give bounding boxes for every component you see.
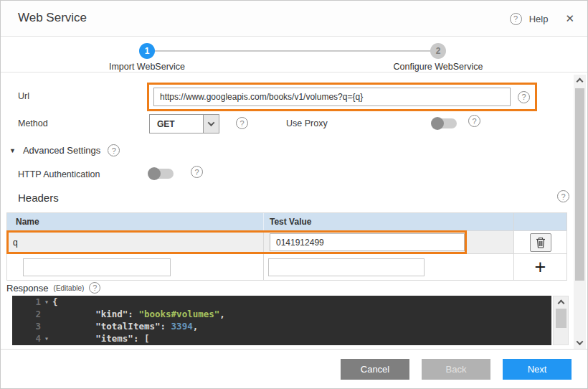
step-1-label: Import WebService bbox=[68, 62, 226, 72]
web-service-dialog: Web Service ? Help ✕ 1 Import WebService… bbox=[0, 0, 588, 389]
fold-icon[interactable]: ▾ bbox=[41, 332, 52, 345]
use-proxy-label: Use Proxy bbox=[286, 118, 328, 128]
test-value-input[interactable] bbox=[270, 233, 465, 251]
add-header-actions: + bbox=[513, 254, 566, 280]
editor-scrollbar-thumb[interactable] bbox=[556, 309, 566, 328]
step-2-circle[interactable]: 2 bbox=[430, 43, 446, 59]
header-name-value: q bbox=[13, 238, 18, 248]
cancel-button[interactable]: Cancel bbox=[341, 359, 409, 380]
column-header-actions bbox=[513, 213, 566, 230]
header-row-actions bbox=[513, 231, 566, 253]
main-scrollbar[interactable] bbox=[574, 75, 586, 350]
line-number: 2 bbox=[12, 308, 41, 320]
back-button[interactable]: Back bbox=[422, 359, 490, 380]
use-proxy-toggle[interactable] bbox=[431, 117, 458, 130]
line-number: 3 bbox=[12, 320, 41, 332]
method-selected-value: GET bbox=[150, 115, 203, 133]
http-auth-toggle[interactable] bbox=[148, 167, 175, 180]
header-row-q: q bbox=[7, 231, 566, 254]
use-proxy-help-icon[interactable]: ? bbox=[468, 115, 480, 127]
scroll-down-icon[interactable] bbox=[577, 338, 584, 345]
header-test-value-cell bbox=[263, 231, 513, 253]
step-2-label: Configure WebService bbox=[359, 62, 517, 72]
editor-scrollbar[interactable] bbox=[553, 296, 569, 345]
code-line: 4▾ "items": [ bbox=[12, 332, 551, 345]
add-header-button[interactable]: + bbox=[535, 258, 546, 277]
new-header-name-cell bbox=[7, 254, 263, 280]
header-name-cell[interactable]: q bbox=[7, 231, 263, 253]
headers-table-header-row: Name Test Value bbox=[7, 213, 566, 231]
headers-table: Name Test Value q bbox=[6, 212, 567, 281]
next-button[interactable]: Next bbox=[503, 359, 572, 380]
toggle-knob bbox=[148, 167, 161, 180]
triangle-down-icon[interactable]: ▼ bbox=[9, 147, 16, 154]
http-auth-help-icon[interactable]: ? bbox=[191, 166, 203, 178]
fold-icon[interactable]: ▾ bbox=[41, 296, 52, 308]
method-label: Method bbox=[18, 118, 48, 128]
delete-header-button[interactable] bbox=[530, 233, 551, 252]
wizard-stepper: 1 Import WebService 2 Configure WebServi… bbox=[1, 37, 587, 72]
line-number: 1 bbox=[12, 296, 41, 308]
code-line: 1▾{ bbox=[12, 296, 551, 308]
line-number: 4 bbox=[12, 332, 41, 345]
dialog-title: Web Service bbox=[18, 11, 87, 25]
chevron-down-icon[interactable] bbox=[203, 115, 219, 133]
titlebar: Web Service ? Help ✕ bbox=[1, 1, 587, 37]
method-select[interactable]: GET bbox=[149, 114, 219, 133]
http-auth-label: HTTP Authentication bbox=[18, 169, 100, 179]
add-header-row: + bbox=[7, 254, 566, 281]
fold-icon bbox=[41, 308, 52, 320]
headers-section-title: Headers bbox=[18, 192, 59, 204]
step-1-circle[interactable]: 1 bbox=[139, 43, 155, 59]
help-icon[interactable]: ? bbox=[510, 13, 522, 25]
dialog-footer: Cancel Back Next bbox=[1, 349, 587, 388]
fold-icon bbox=[41, 320, 52, 332]
advanced-settings-help-icon[interactable]: ? bbox=[108, 144, 120, 156]
response-label-row: Response (Editable) ? bbox=[6, 282, 100, 294]
code-line: 2 "kind": "books#volumes", bbox=[12, 308, 551, 320]
stepper-connector bbox=[155, 50, 430, 52]
trash-icon bbox=[536, 237, 546, 248]
close-icon[interactable]: ✕ bbox=[565, 12, 574, 25]
response-editable-label: (Editable) bbox=[54, 284, 85, 292]
new-header-test-value-input[interactable] bbox=[268, 258, 425, 276]
scroll-up-icon[interactable] bbox=[577, 78, 584, 85]
new-header-name-input[interactable] bbox=[23, 258, 171, 276]
url-input[interactable] bbox=[153, 88, 511, 106]
main-scrollbar-thumb[interactable] bbox=[575, 88, 584, 281]
advanced-settings-label: Advanced Settings bbox=[23, 145, 100, 156]
scroll-up-icon[interactable] bbox=[558, 300, 565, 307]
dialog-content: Url ? Method GET ? Use Proxy ? ▼ Advance… bbox=[1, 72, 587, 350]
response-help-icon[interactable]: ? bbox=[89, 282, 100, 294]
toggle-knob bbox=[431, 117, 444, 130]
url-highlight-box: ? bbox=[147, 83, 537, 111]
advanced-settings-row[interactable]: ▼ Advanced Settings ? bbox=[9, 144, 120, 156]
headers-help-icon[interactable]: ? bbox=[557, 190, 569, 202]
url-help-icon[interactable]: ? bbox=[518, 91, 530, 103]
response-label: Response bbox=[6, 283, 49, 294]
method-help-icon[interactable]: ? bbox=[236, 117, 248, 129]
column-header-name: Name bbox=[7, 213, 263, 230]
help-link[interactable]: Help bbox=[529, 14, 549, 24]
url-label: Url bbox=[18, 91, 29, 101]
column-header-test-value: Test Value bbox=[263, 213, 513, 230]
new-header-test-value-cell bbox=[263, 254, 513, 280]
code-line: 3 "totalItems": 3394, bbox=[12, 320, 551, 332]
response-code-editor[interactable]: 1▾{2 "kind": "books#volumes",3 "totalIte… bbox=[12, 296, 551, 345]
